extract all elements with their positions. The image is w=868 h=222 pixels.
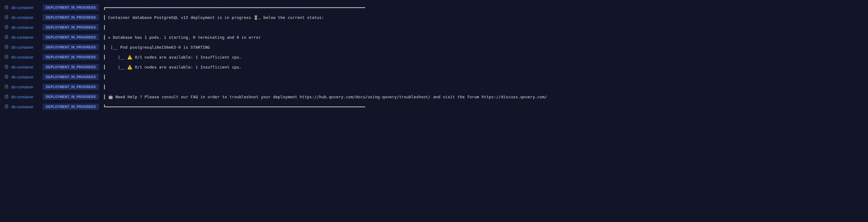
database-icon xyxy=(4,55,9,59)
log-source[interactable]: db-container xyxy=(4,65,38,70)
database-icon xyxy=(4,15,9,20)
log-row: db-containerDEPLOYMENT_IN_PROGRESS┏━━━━━… xyxy=(0,2,868,12)
log-row: db-containerDEPLOYMENT_IN_PROGRESS┗━━━━━… xyxy=(0,102,868,112)
log-row: db-containerDEPLOYMENT_IN_PROGRESS┃ xyxy=(0,72,868,82)
log-message: ┃ xyxy=(103,75,105,79)
log-row: db-containerDEPLOYMENT_IN_PROGRESS┃ |__ … xyxy=(0,62,868,72)
svg-point-5 xyxy=(5,55,8,56)
svg-point-10 xyxy=(5,105,8,106)
svg-point-0 xyxy=(5,6,8,7)
database-icon xyxy=(4,25,9,29)
source-label: db-container xyxy=(11,65,33,70)
source-label: db-container xyxy=(11,45,33,50)
log-message: ┃ |__ ⚠️ 0/1 nodes are available: 1 Insu… xyxy=(103,55,241,59)
log-message: ┃ |__ Pod postgresqlz6e156e63-0 is START… xyxy=(103,45,210,50)
svg-point-7 xyxy=(5,75,8,76)
database-icon xyxy=(4,35,9,39)
log-source[interactable]: db-container xyxy=(4,15,38,20)
log-source[interactable]: db-container xyxy=(4,25,38,30)
log-source[interactable]: db-container xyxy=(4,105,38,109)
database-icon xyxy=(4,105,9,109)
log-row: db-containerDEPLOYMENT_IN_PROGRESS┃ xyxy=(0,82,868,92)
log-row: db-containerDEPLOYMENT_IN_PROGRESS┃ 🤖 Ne… xyxy=(0,92,868,102)
log-source[interactable]: db-container xyxy=(4,45,38,50)
log-row: db-containerDEPLOYMENT_IN_PROGRESS┃ Cont… xyxy=(0,12,868,22)
svg-point-6 xyxy=(5,65,8,66)
log-source[interactable]: db-container xyxy=(4,5,38,10)
source-label: db-container xyxy=(11,5,33,10)
status-badge: DEPLOYMENT_IN_PROGRESS xyxy=(43,64,99,70)
database-icon xyxy=(4,85,9,89)
status-badge: DEPLOYMENT_IN_PROGRESS xyxy=(43,24,99,30)
svg-point-2 xyxy=(5,25,8,27)
log-message: ┃ |__ ⚠️ 0/1 nodes are available: 1 Insu… xyxy=(103,65,241,70)
source-label: db-container xyxy=(11,55,33,59)
database-icon xyxy=(4,5,9,9)
source-label: db-container xyxy=(11,75,33,79)
log-row: db-containerDEPLOYMENT_IN_PROGRESS┃ |__ … xyxy=(0,42,868,52)
source-label: db-container xyxy=(11,94,33,99)
log-message: ┃ Container database PostgreSQL v13 depl… xyxy=(103,15,324,20)
status-badge: DEPLOYMENT_IN_PROGRESS xyxy=(43,54,99,60)
status-badge: DEPLOYMENT_IN_PROGRESS xyxy=(43,44,99,50)
log-source[interactable]: db-container xyxy=(4,75,38,79)
log-source[interactable]: db-container xyxy=(4,35,38,40)
source-label: db-container xyxy=(11,105,33,109)
status-badge: DEPLOYMENT_IN_PROGRESS xyxy=(43,104,99,110)
svg-point-9 xyxy=(5,95,8,96)
status-badge: DEPLOYMENT_IN_PROGRESS xyxy=(43,74,99,80)
log-source[interactable]: db-container xyxy=(4,94,38,99)
status-badge: DEPLOYMENT_IN_PROGRESS xyxy=(43,14,99,21)
database-icon xyxy=(4,94,9,99)
status-badge: DEPLOYMENT_IN_PROGRESS xyxy=(43,84,99,90)
source-label: db-container xyxy=(11,35,33,40)
status-badge: DEPLOYMENT_IN_PROGRESS xyxy=(43,34,99,40)
status-badge: DEPLOYMENT_IN_PROGRESS xyxy=(43,94,99,100)
database-icon xyxy=(4,45,9,49)
source-label: db-container xyxy=(11,25,33,30)
log-message: ┃ ✳ Database has 1 pods. 1 starting, 0 t… xyxy=(103,35,261,40)
log-row: db-containerDEPLOYMENT_IN_PROGRESS┃ |__ … xyxy=(0,52,868,62)
source-label: db-container xyxy=(11,15,33,20)
svg-point-4 xyxy=(5,45,8,47)
log-message: ┃ 🤖 Need Help ? Please consult our FAQ i… xyxy=(103,94,547,99)
log-source[interactable]: db-container xyxy=(4,55,38,59)
svg-point-3 xyxy=(5,35,8,36)
log-container: db-containerDEPLOYMENT_IN_PROGRESS┏━━━━━… xyxy=(0,2,868,112)
svg-point-8 xyxy=(5,85,8,86)
status-badge: DEPLOYMENT_IN_PROGRESS xyxy=(43,4,99,10)
database-icon xyxy=(4,75,9,79)
svg-point-1 xyxy=(5,16,8,17)
log-message: ┃ xyxy=(103,25,105,30)
log-message: ┗━━━━━━━━━━━━━━━━━━━━━━━━━━━━━━━━━━━━━━━… xyxy=(103,105,365,109)
log-row: db-containerDEPLOYMENT_IN_PROGRESS┃ xyxy=(0,22,868,32)
log-message: ┏━━━━━━━━━━━━━━━━━━━━━━━━━━━━━━━━━━━━━━━… xyxy=(103,5,365,10)
log-message: ┃ xyxy=(103,85,105,89)
source-label: db-container xyxy=(11,85,33,89)
log-source[interactable]: db-container xyxy=(4,85,38,89)
log-row: db-containerDEPLOYMENT_IN_PROGRESS┃ ✳ Da… xyxy=(0,32,868,42)
database-icon xyxy=(4,65,9,69)
